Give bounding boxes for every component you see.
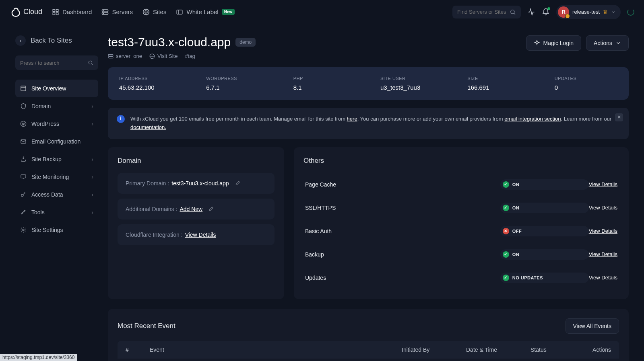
dashboard-icon <box>52 8 59 16</box>
events-title: Most Recent Event <box>118 322 175 330</box>
wordpress-icon <box>20 121 27 127</box>
svg-point-10 <box>511 10 514 13</box>
sidebar-item-email[interactable]: Email Configuration <box>15 133 98 150</box>
tools-icon <box>20 209 27 215</box>
svg-rect-18 <box>108 54 113 56</box>
view-details-link[interactable]: View Details <box>589 275 617 281</box>
page-header: test3-7uu3.x-cloud.app demo server_one V… <box>108 35 629 59</box>
search-icon <box>88 59 93 66</box>
server-link[interactable]: server_one <box>108 53 142 59</box>
chevron-right-icon: › <box>91 103 93 109</box>
primary-domain-value: test3-7uu3.x-cloud.app <box>171 180 229 187</box>
nav-white-label[interactable]: White Label New <box>176 8 235 16</box>
view-details-link[interactable]: View Details <box>589 251 617 257</box>
additional-domains-row: Additional Domains : Add New <box>118 199 275 219</box>
view-all-events-button[interactable]: View All Events <box>566 318 619 334</box>
info-icon: i <box>117 115 125 123</box>
sidebar: ‹ Back To Sites Site Overview Domain › W… <box>15 35 98 361</box>
ssl-row: SSL/HTTPS ✓ON View Details <box>303 196 619 219</box>
svg-rect-9 <box>177 10 183 14</box>
loading-spinner-icon <box>627 8 634 16</box>
sidebar-item-overview[interactable]: Site Overview <box>15 80 98 97</box>
alert-here-link[interactable]: here <box>347 116 357 122</box>
activity-icon[interactable] <box>527 8 535 16</box>
actions-button[interactable]: Actions <box>586 35 629 51</box>
sidebar-item-tools[interactable]: Tools › <box>15 203 98 221</box>
info-php: PHP8.1 <box>293 76 356 91</box>
user-name: release-test <box>572 9 600 15</box>
svg-rect-19 <box>108 56 113 58</box>
global-search-input[interactable] <box>457 9 506 15</box>
sidebar-search[interactable] <box>15 55 98 70</box>
status-badge: ✓ON <box>500 249 589 260</box>
notifications-icon[interactable] <box>542 8 550 16</box>
others-card: Others Page Cache ✓ON View Details SSL/H… <box>294 147 629 299</box>
search-icon <box>510 9 516 15</box>
domain-title: Domain <box>118 157 275 165</box>
gear-icon <box>20 227 27 233</box>
alert-integration-link[interactable]: email integration section <box>504 116 561 122</box>
sidebar-item-access[interactable]: Access Data › <box>15 186 98 203</box>
logo[interactable]: Cloud <box>10 6 42 18</box>
svg-point-17 <box>23 229 24 231</box>
check-icon: ✓ <box>503 251 509 258</box>
overview-icon <box>20 85 27 92</box>
main-nav: Dashboard Servers Sites White Label New <box>52 8 235 16</box>
nav-servers[interactable]: Servers <box>101 8 133 16</box>
sparkle-icon <box>534 40 540 46</box>
svg-rect-12 <box>21 86 26 91</box>
logo-icon <box>10 6 21 18</box>
alert-docs-link[interactable]: documentation. <box>130 124 166 130</box>
status-badge: ✕OFF <box>500 226 589 236</box>
back-to-sites[interactable]: ‹ Back To Sites <box>15 35 98 46</box>
sidebar-search-input[interactable] <box>20 60 88 66</box>
cloudflare-row: Cloudflare Integration : View Details <box>118 224 275 245</box>
add-new-domain-link[interactable]: Add New <box>180 206 202 212</box>
info-site-user: SITE USERu3_test3_7uu3 <box>380 76 443 91</box>
svg-rect-0 <box>53 9 55 11</box>
th-initiated: Initiated By <box>402 347 466 353</box>
th-date: Date & Time <box>466 347 530 353</box>
demo-badge: demo <box>235 38 256 47</box>
chevron-right-icon: › <box>91 156 93 162</box>
basic-auth-row: Basic Auth ✕OFF View Details <box>303 219 619 243</box>
magic-login-button[interactable]: Magic Login <box>526 35 582 51</box>
sidebar-item-backup[interactable]: Site Backup › <box>15 150 98 168</box>
view-details-link[interactable]: View Details <box>589 181 617 187</box>
edit-icon[interactable] <box>208 206 214 212</box>
global-search[interactable] <box>452 6 521 18</box>
sidebar-item-settings[interactable]: Site Settings <box>15 221 98 239</box>
chevron-right-icon: › <box>91 209 93 215</box>
nav-dashboard[interactable]: Dashboard <box>52 8 92 16</box>
status-badge: ✓NO UPDATES <box>500 273 589 283</box>
cloudflare-details-link[interactable]: View Details <box>185 232 216 238</box>
th-num: # <box>126 347 150 353</box>
visit-site-link[interactable]: Visit Site <box>149 53 178 59</box>
view-details-link[interactable]: View Details <box>589 205 617 211</box>
new-badge: New <box>222 9 235 15</box>
server-icon <box>101 8 109 16</box>
sidebar-item-wordpress[interactable]: WordPress › <box>15 115 98 133</box>
nav-sites[interactable]: Sites <box>142 8 166 16</box>
svg-rect-1 <box>56 9 58 11</box>
x-icon: ✕ <box>503 228 509 234</box>
tag-label[interactable]: #tag <box>185 53 195 59</box>
check-icon: ✓ <box>503 181 509 188</box>
sidebar-item-monitoring[interactable]: Site Monitoring › <box>15 168 98 186</box>
svg-point-16 <box>21 194 23 196</box>
events-table-header: # Event Initiated By Date & Time Status … <box>118 341 619 359</box>
edit-icon[interactable] <box>235 180 240 186</box>
view-details-link[interactable]: View Details <box>589 228 617 234</box>
logo-text: Cloud <box>23 8 42 16</box>
close-icon[interactable]: ✕ <box>615 113 623 121</box>
topbar-right: R release-test ♛ <box>452 5 634 19</box>
info-wordpress: WORDPRESS6.7.1 <box>206 76 269 91</box>
svg-point-7 <box>103 13 104 14</box>
sidebar-item-domain[interactable]: Domain › <box>15 97 98 115</box>
backup-row: Backup ✓ON View Details <box>303 243 619 266</box>
backup-icon <box>20 156 27 162</box>
notification-dot <box>547 7 550 10</box>
key-icon <box>20 191 27 198</box>
svg-rect-2 <box>53 12 55 14</box>
user-chip[interactable]: R release-test ♛ <box>556 5 621 19</box>
